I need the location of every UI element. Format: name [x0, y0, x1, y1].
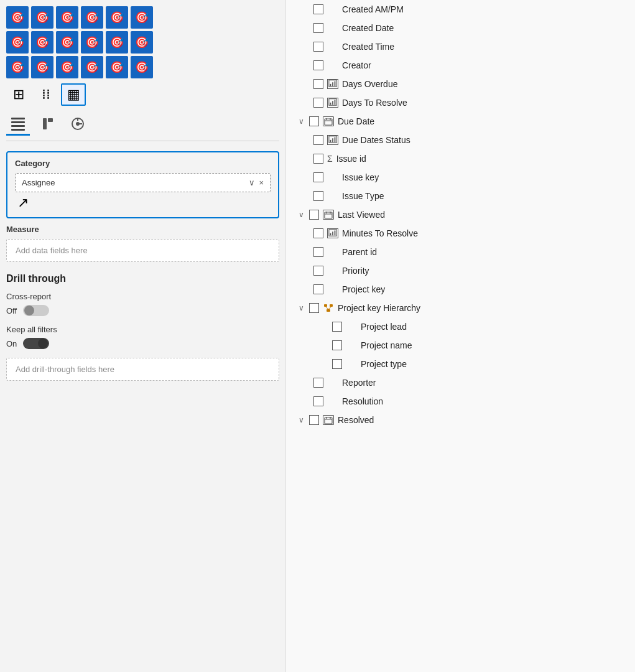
bar-chart-icon	[327, 228, 338, 238]
vis-icon-2[interactable]: 🎯	[31, 6, 53, 29]
vis-icon-15[interactable]: 🎯	[56, 56, 78, 78]
svg-line-38	[328, 307, 331, 309]
field-checkbox[interactable]	[313, 191, 323, 201]
small-icon-row: ⊞ ⁞⁞ ▦	[6, 83, 279, 106]
cross-report-toggle[interactable]	[23, 305, 49, 316]
close-icon[interactable]: ×	[259, 178, 264, 187]
chevron-icon: ∨	[299, 304, 304, 312]
chevron-down-icon[interactable]: ∨	[249, 178, 255, 187]
field-list-item[interactable]: Reporter	[286, 373, 635, 392]
table-icon[interactable]: ▦	[61, 83, 86, 106]
vis-icon-10[interactable]: 🎯	[81, 31, 103, 54]
vis-icon-7[interactable]: 🎯	[6, 31, 29, 54]
add-drill-through-box[interactable]: Add drill-through fields here	[6, 358, 279, 381]
chevron-icon: ∨	[299, 117, 304, 126]
field-list-item[interactable]: Σ Issue id	[286, 149, 635, 168]
field-list-item[interactable]: Project key	[286, 280, 635, 299]
field-list-item[interactable]: Created Date	[286, 19, 635, 37]
fields-icon[interactable]	[6, 112, 30, 136]
svg-rect-17	[335, 100, 336, 105]
field-checkbox[interactable]	[313, 284, 323, 294]
svg-rect-32	[332, 231, 333, 235]
field-checkbox[interactable]	[313, 228, 323, 238]
field-name-text: Issue key	[342, 172, 625, 182]
field-checkbox[interactable]	[309, 116, 319, 126]
field-checkbox[interactable]	[332, 322, 342, 332]
field-checkbox[interactable]	[313, 396, 323, 406]
field-list-item[interactable]: ∨ Project key Hierarchy	[286, 299, 635, 317]
field-list-item[interactable]: Creator	[286, 56, 635, 75]
field-list-item[interactable]: ∨ Due Date	[286, 112, 635, 131]
svg-rect-2	[11, 125, 25, 127]
field-list-item[interactable]: Parent id	[286, 243, 635, 261]
field-checkbox[interactable]	[313, 266, 323, 276]
vis-icon-12[interactable]: 🎯	[131, 31, 153, 54]
field-checkbox[interactable]	[313, 98, 323, 108]
field-list-item[interactable]: Issue key	[286, 168, 635, 187]
vis-icon-1[interactable]: 🎯	[6, 6, 29, 29]
field-list-item[interactable]: Project type	[286, 355, 635, 373]
svg-rect-25	[335, 138, 336, 142]
field-list-item[interactable]: Priority	[286, 261, 635, 280]
vis-icon-14[interactable]: 🎯	[31, 56, 53, 78]
vis-icon-9[interactable]: 🎯	[56, 31, 78, 54]
keep-filters-toggle[interactable]	[23, 338, 49, 349]
field-checkbox[interactable]	[332, 359, 342, 369]
vis-icon-17[interactable]: 🎯	[106, 56, 128, 78]
field-checkbox[interactable]	[309, 210, 319, 220]
analytics-icon[interactable]	[66, 112, 90, 136]
svg-rect-3	[11, 129, 25, 131]
format-icon[interactable]	[36, 112, 60, 136]
vis-icon-8[interactable]: 🎯	[31, 31, 53, 54]
field-list-item[interactable]: Issue Type	[286, 187, 635, 205]
vis-icon-11[interactable]: 🎯	[106, 31, 128, 54]
field-list-item[interactable]: Created AM/PM	[286, 0, 635, 19]
field-name-text: Resolved	[338, 415, 625, 425]
field-list-item[interactable]: Minutes To Resolve	[286, 224, 635, 243]
field-checkbox[interactable]	[309, 415, 319, 425]
vis-icon-6[interactable]: 🎯	[131, 6, 153, 29]
field-list-item[interactable]: Created Time	[286, 37, 635, 56]
field-checkbox[interactable]	[313, 79, 323, 89]
vis-icon-13[interactable]: 🎯	[6, 56, 29, 78]
assignee-dropdown[interactable]: Assignee ∨ ×	[15, 173, 271, 192]
field-name-text: Days To Resolve	[342, 98, 625, 108]
field-checkbox[interactable]	[313, 23, 323, 33]
add-data-fields-box[interactable]: Add data fields here	[6, 239, 279, 262]
field-checkbox[interactable]	[313, 172, 323, 182]
field-checkbox[interactable]	[309, 303, 319, 313]
sigma-icon: Σ	[327, 154, 333, 164]
field-checkbox[interactable]	[313, 378, 323, 388]
toggle-thumb-on	[38, 338, 48, 348]
on-label: On	[6, 339, 17, 348]
vis-icon-5[interactable]: 🎯	[106, 6, 128, 29]
field-checkbox[interactable]	[313, 60, 323, 70]
field-checkbox[interactable]	[313, 247, 323, 257]
field-checkbox[interactable]	[313, 42, 323, 52]
grid-icon[interactable]: ⊞	[6, 83, 31, 106]
field-list-item[interactable]: Project name	[286, 336, 635, 355]
keep-filters-toggle-row: On	[6, 338, 279, 349]
vis-icon-18[interactable]: 🎯	[131, 56, 153, 78]
field-checkbox[interactable]	[313, 154, 323, 164]
calendar-icon	[323, 415, 334, 425]
field-name-text: Last Viewed	[338, 210, 625, 220]
vis-icon-3[interactable]: 🎯	[56, 6, 78, 29]
dots-icon[interactable]: ⁞⁞	[34, 83, 58, 106]
field-checkbox[interactable]	[313, 4, 323, 14]
field-list-item[interactable]: Due Dates Status	[286, 131, 635, 149]
field-checkbox[interactable]	[313, 135, 323, 145]
measure-label: Measure	[6, 225, 279, 234]
field-checkbox[interactable]	[332, 340, 342, 350]
vis-icon-4[interactable]: 🎯	[81, 6, 103, 29]
field-list-item[interactable]: Days Overdue	[286, 75, 635, 93]
vis-icon-16[interactable]: 🎯	[81, 56, 103, 78]
toggle-track-on[interactable]	[23, 338, 49, 349]
field-list-item[interactable]: Resolution	[286, 392, 635, 411]
toggle-track-off[interactable]	[23, 305, 49, 316]
field-list-item[interactable]: ∨ Last Viewed	[286, 205, 635, 224]
field-list-item[interactable]: ∨ Resolved	[286, 411, 635, 429]
left-panel: 🎯 🎯 🎯 🎯 🎯 🎯 🎯 🎯 🎯 🎯 🎯 🎯 🎯 🎯 🎯 🎯 🎯 🎯 ⊞ ⁞⁞…	[0, 0, 286, 672]
field-list-item[interactable]: Project lead	[286, 317, 635, 336]
field-list-item[interactable]: Days To Resolve	[286, 93, 635, 112]
